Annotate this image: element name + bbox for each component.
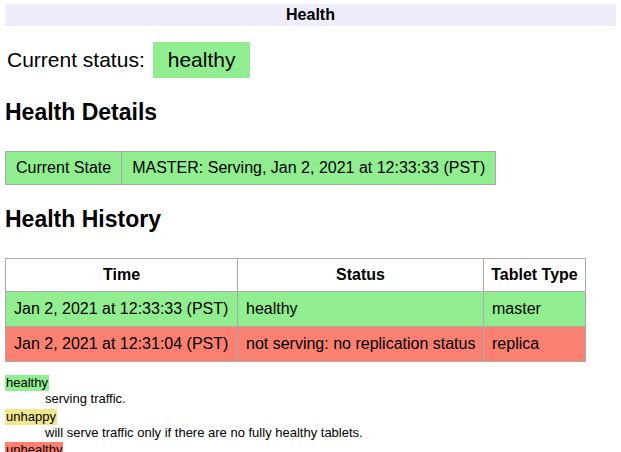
column-header-time: Time <box>6 259 238 292</box>
legend-description-unhappy: will serve traffic only if there are no … <box>45 425 616 441</box>
current-state-label: Current State <box>6 152 122 185</box>
table-row: Jan 2, 2021 at 12:33:33 (PST) healthy ma… <box>6 292 586 327</box>
legend-term-unhappy: unhappy <box>5 409 57 425</box>
table-row: Jan 2, 2021 at 12:31:04 (PST) not servin… <box>6 327 586 362</box>
table-row: Current State MASTER: Serving, Jan 2, 20… <box>6 152 496 185</box>
legend-description-healthy: serving traffic. <box>45 391 616 407</box>
legend-term-unhealthy: unhealthy <box>5 442 63 452</box>
health-history-table: Time Status Tablet Type Jan 2, 2021 at 1… <box>5 258 586 362</box>
status-legend: healthy serving traffic. unhappy will se… <box>5 375 616 452</box>
health-details-heading: Health Details <box>5 99 616 126</box>
history-status-cell: healthy <box>238 292 484 327</box>
current-status-label: Current status: <box>7 48 145 72</box>
health-details-table: Current State MASTER: Serving, Jan 2, 20… <box>5 151 496 185</box>
history-time-cell: Jan 2, 2021 at 12:33:33 (PST) <box>6 292 238 327</box>
history-tablet-type-cell: replica <box>484 327 586 362</box>
current-state-value: MASTER: Serving, Jan 2, 2021 at 12:33:33… <box>122 152 496 185</box>
health-history-heading: Health History <box>5 206 616 233</box>
history-time-cell: Jan 2, 2021 at 12:31:04 (PST) <box>6 327 238 362</box>
history-status-cell: not serving: no replication status <box>238 327 484 362</box>
column-header-status: Status <box>238 259 484 292</box>
current-status-badge: healthy <box>153 42 251 78</box>
page-title: Health <box>5 4 616 26</box>
column-header-tablet-type: Tablet Type <box>484 259 586 292</box>
table-header-row: Time Status Tablet Type <box>6 259 586 292</box>
legend-term-healthy: healthy <box>5 375 49 391</box>
history-tablet-type-cell: master <box>484 292 586 327</box>
current-status-line: Current status: healthy <box>7 42 616 78</box>
